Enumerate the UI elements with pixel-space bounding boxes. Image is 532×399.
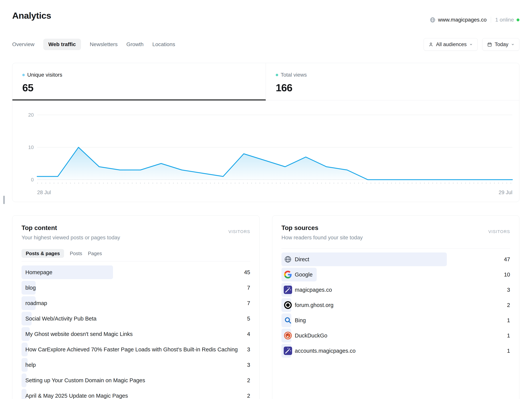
left-edge-scrollbar[interactable] xyxy=(3,196,5,204)
stat-tab-unique-visitors[interactable]: Unique visitors 65 xyxy=(12,63,266,101)
bing-search-icon xyxy=(284,316,292,324)
source-row[interactable]: forum.ghost.org2 xyxy=(281,298,510,312)
page-title: Analytics xyxy=(12,10,51,21)
row-visitors-value: 7 xyxy=(247,296,250,310)
row-label: Google xyxy=(295,268,313,281)
calendar-icon xyxy=(487,42,492,47)
row-visitors-value: 3 xyxy=(247,342,250,356)
visitors-column-header: VISITORS xyxy=(488,229,510,234)
online-count: 1 online xyxy=(495,17,514,23)
unique-visitors-value: 65 xyxy=(22,82,266,94)
chevron-down-icon xyxy=(469,43,473,46)
row-visitors-value: 4 xyxy=(247,327,250,341)
unique-visitors-dot xyxy=(22,74,25,76)
y-axis-tick-label: 20 xyxy=(28,112,34,118)
row-visitors-value: 5 xyxy=(247,312,250,325)
tab-overview[interactable]: Overview xyxy=(12,39,34,50)
content-type-tabs: Posts & pagesPostsPages xyxy=(22,249,102,258)
y-axis-tick-label: 10 xyxy=(28,145,34,150)
row-label: Setting up Your Custom Domain on Magic P… xyxy=(25,374,145,387)
date-range-label: Today xyxy=(495,42,508,47)
row-visitors-value: 3 xyxy=(247,358,250,372)
divider xyxy=(491,17,491,23)
stat-tab-total-views[interactable]: Total views 166 xyxy=(266,63,519,101)
total-views-value: 166 xyxy=(276,82,519,94)
card-subtitle: How readers found your site today xyxy=(281,234,363,241)
row-label: Bing xyxy=(295,313,306,327)
magic-wand-icon xyxy=(284,286,292,294)
divider xyxy=(22,261,250,261)
person-icon xyxy=(428,42,433,47)
row-visitors-value: 2 xyxy=(507,298,510,312)
row-label: forum.ghost.org xyxy=(295,298,333,312)
tab-web-traffic[interactable]: Web traffic xyxy=(43,39,81,50)
visitors-column-header: VISITORS xyxy=(228,229,250,234)
tab-newsletters[interactable]: Newsletters xyxy=(90,39,118,50)
row-label: My Ghost website doesn't send Magic Link… xyxy=(25,327,133,341)
site-meta: www.magicpages.co 1 online xyxy=(430,16,519,24)
source-row[interactable]: Bing1 xyxy=(281,313,510,327)
top-sources-card: Top sources VISITORS How readers found y… xyxy=(272,215,519,399)
duckduckgo-icon xyxy=(284,331,292,340)
stat-label: Unique visitors xyxy=(27,72,62,78)
web-traffic-panel: Unique visitors 65 Total views 166 20100… xyxy=(12,63,519,202)
content-row[interactable]: roadmap7 xyxy=(22,296,250,310)
content-row[interactable]: My Ghost website doesn't send Magic Link… xyxy=(22,327,250,341)
stat-tabs: Unique visitors 65 Total views 166 xyxy=(12,63,519,101)
nav-actions: All audiences Today xyxy=(424,38,519,51)
row-label: help xyxy=(25,358,36,372)
tab-locations[interactable]: Locations xyxy=(152,39,175,50)
row-visitors-value: 1 xyxy=(507,313,510,327)
row-visitors-value: 45 xyxy=(244,266,250,279)
content-tab-posts[interactable]: Posts xyxy=(70,249,82,258)
content-row[interactable]: blog7 xyxy=(22,281,250,295)
row-label: blog xyxy=(25,281,36,295)
row-visitors-value: 1 xyxy=(507,344,510,358)
top-content-list: Homepage45blog7roadmap7Social Web/Activi… xyxy=(22,266,250,399)
row-label: Homepage xyxy=(25,266,52,279)
row-label: DuckDuckGo xyxy=(295,329,327,342)
source-row[interactable]: magicpages.co3 xyxy=(281,283,510,297)
tab-growth[interactable]: Growth xyxy=(126,39,144,50)
stat-label: Total views xyxy=(281,72,307,78)
audience-filter-label: All audiences xyxy=(436,42,467,47)
source-row[interactable]: accounts.magicpages.co1 xyxy=(281,344,510,358)
card-subtitle: Your highest viewed posts or pages today xyxy=(22,234,120,241)
card-title: Top content xyxy=(22,224,57,232)
row-visitors-value: 2 xyxy=(247,374,250,387)
row-label: Direct xyxy=(295,253,309,266)
nav-row: OverviewWeb trafficNewslettersGrowthLoca… xyxy=(12,38,519,51)
x-axis-start-label: 28 Jul xyxy=(37,190,51,195)
content-row[interactable]: Social Web/Activity Pub Beta5 xyxy=(22,312,250,325)
site-domain-link[interactable]: www.magicpages.co xyxy=(438,17,487,23)
content-tab-pages[interactable]: Pages xyxy=(88,249,102,258)
content-row[interactable]: help3 xyxy=(22,358,250,372)
row-label: magicpages.co xyxy=(295,283,332,297)
row-visitors-value: 3 xyxy=(507,283,510,297)
top-content-card: Top content VISITORS Your highest viewed… xyxy=(12,215,260,399)
chevron-down-icon xyxy=(511,43,515,46)
online-status-dot xyxy=(517,19,519,21)
top-sources-list: Direct47Google10magicpages.co3forum.ghos… xyxy=(281,253,510,359)
source-row[interactable]: Google10 xyxy=(281,268,510,281)
globe-icon xyxy=(430,17,436,23)
audience-filter-button[interactable]: All audiences xyxy=(424,38,478,51)
row-label: roadmap xyxy=(25,296,47,310)
row-label: How CarExplore Achieved 70% Faster Page … xyxy=(25,342,238,356)
source-row[interactable]: Direct47 xyxy=(281,253,510,266)
row-visitors-value: 2 xyxy=(247,389,250,399)
row-label: accounts.magicpages.co xyxy=(295,344,355,358)
content-row[interactable]: Setting up Your Custom Domain on Magic P… xyxy=(22,374,250,387)
row-visitors-value: 47 xyxy=(504,253,510,266)
row-label: April & May 2025 Update on Magic Pages xyxy=(25,389,128,399)
content-row[interactable]: April & May 2025 Update on Magic Pages2 xyxy=(22,389,250,399)
content-row[interactable]: Homepage45 xyxy=(22,266,250,279)
divider xyxy=(281,248,510,248)
y-axis-tick-label: 0 xyxy=(31,177,34,183)
content-tab-posts-pages[interactable]: Posts & pages xyxy=(22,249,64,258)
date-range-button[interactable]: Today xyxy=(482,38,519,51)
visitors-area-chart: 2010028 Jul29 Jul xyxy=(12,101,519,202)
content-row[interactable]: How CarExplore Achieved 70% Faster Page … xyxy=(22,342,250,356)
source-row[interactable]: DuckDuckGo1 xyxy=(281,329,510,342)
ghost-forum-icon xyxy=(284,301,292,309)
